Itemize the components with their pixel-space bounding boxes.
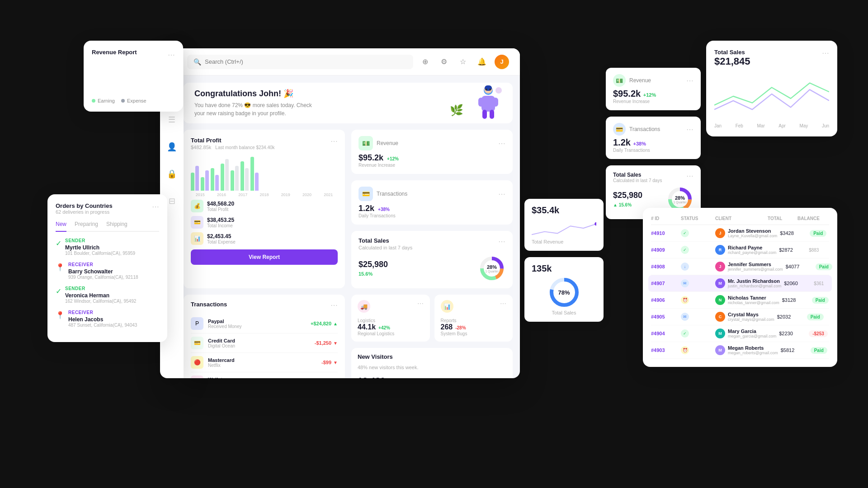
star-icon[interactable]: ☆ (457, 56, 469, 68)
logistics-icon: 🚚 (358, 300, 370, 313)
right-bottom-section: 🚚 ⋯ Logistics 44.1k +42% Regional Logist… (351, 295, 513, 378)
congrats-description: You have done 72% 😎 more sales today. Ch… (194, 101, 312, 117)
total-sales-widget: Total Sales Calculated in last 7 days ⋯ … (351, 231, 513, 288)
user-avatar[interactable]: J (495, 55, 509, 69)
order-entry-1: ✓ Sender Myrtle Ullrich 101 Boulder, Cal… (56, 238, 159, 256)
table-row[interactable]: #4909 ✓ R Richard Payne richard_payne@gm… (651, 242, 829, 258)
reports-menu[interactable]: ⋯ (500, 300, 506, 307)
congrats-banner: Congratulations John! 🎉 You have done 72… (184, 83, 513, 123)
client-table-panel: # ID STATUS CLIENT TOTAL BALANCE #4910 ✓… (643, 208, 837, 367)
transactions-menu[interactable]: ⋯ (498, 190, 505, 198)
main-dashboard: 🔍 ⊕ ⚙ ☆ 🔔 J Congratulations John! 🎉 You … (176, 48, 520, 378)
translate-icon[interactable]: ⊕ (419, 56, 431, 68)
transactions-widget-menu[interactable]: ⋯ (686, 125, 693, 134)
table-header: # ID STATUS CLIENT TOTAL BALANCE (651, 216, 829, 225)
revenue-widget-card: 💵 Revenue ⋯ $95.2k +12% Revenue Increase (606, 68, 701, 110)
orders-tabs: New Preparing Shipping (56, 221, 159, 232)
profit-icon: 💰 (191, 200, 203, 212)
income-icon: 💳 (191, 216, 203, 229)
mastercard-icon: 🔴 (191, 356, 203, 369)
client-avatar: M (715, 328, 725, 338)
svg-rect-5 (490, 110, 494, 119)
settings-icon[interactable]: ⚙ (438, 56, 450, 68)
transactions-icon: 💳 (359, 187, 373, 201)
right-mini-cards: 💵 Revenue ⋯ $95.2k +12% Revenue Increase (351, 130, 513, 288)
transaction-paypal: P Paypal Received Money +$24,820 ▲ (191, 314, 338, 333)
chart-years: 2015 2016 2017 2018 2019 2020 2021 (191, 192, 338, 197)
total-profit-card: Total Profit $482.85k Last month balance… (184, 130, 345, 288)
ts-month-labels: Jan Feb Mar Apr May Jun (714, 123, 829, 128)
total-sales-panel-menu[interactable]: ⋯ (822, 49, 829, 57)
revenue-widget-icon: 💵 (613, 74, 626, 87)
logistics-row: 🚚 ⋯ Logistics 44.1k +42% Regional Logist… (351, 295, 513, 342)
profit-menu[interactable]: ⋯ (330, 137, 338, 145)
sidebar-list-icon[interactable]: ☰ (164, 112, 180, 128)
total-sales-panel: Total Sales $21,845 ⋯ Jan Feb Mar Apr Ma… (706, 41, 837, 136)
client-avatar: J (715, 228, 725, 238)
client-avatar: M (715, 278, 725, 288)
total-sales-middle-menu[interactable]: ⋯ (686, 172, 693, 183)
credit-card-icon: 💳 (191, 337, 203, 349)
table-row[interactable]: #4904 ✓ M Mary Garcia megan_garcia@gmail… (651, 325, 829, 342)
person-illustration (475, 85, 502, 121)
wallet-icon: 👛 (191, 375, 203, 378)
table-row[interactable]: #4906 ⏰ N Nicholas Tanner nicholas_tanne… (651, 292, 829, 309)
revenue-sparkline (532, 219, 596, 237)
total-revenue-card: $35.4k Total Revenue (524, 199, 604, 251)
revenue-report-card: Revenue Report ⋯ (84, 41, 183, 112)
orders-menu[interactable]: ⋯ (152, 202, 159, 211)
sidebar-lock-icon[interactable]: 🔒 (164, 166, 180, 182)
search-bar[interactable]: 🔍 (187, 55, 413, 69)
congrats-title: Congratulations John! 🎉 (194, 89, 312, 99)
leaf-icon: 🌿 (450, 104, 463, 117)
revenue-report-menu[interactable]: ⋯ (168, 51, 175, 59)
order-entry-4: 📍 Receiver Helen Jacobs 487 Sunset, Cali… (56, 310, 159, 328)
sidebar-user-icon[interactable]: 👤 (164, 139, 180, 155)
logistics-menu[interactable]: ⋯ (417, 300, 424, 307)
congrats-illustration: 🌿 (448, 85, 502, 121)
revenue-bar-chart (92, 61, 175, 93)
tab-preparing[interactable]: Preparing (75, 221, 98, 231)
svg-point-18 (594, 222, 596, 226)
client-avatar: N (715, 295, 725, 305)
transactions-widget-icon: 💳 (613, 123, 626, 136)
client-avatar: C (715, 312, 725, 322)
svg-rect-3 (493, 98, 498, 107)
reports-icon: 📊 (441, 300, 453, 313)
svg-point-8 (486, 89, 487, 90)
svg-rect-2 (478, 98, 484, 107)
total-sales-menu[interactable]: ⋯ (498, 237, 505, 246)
table-row[interactable]: #4907 ✉ M Mr. Justin Richardson justin_r… (648, 275, 832, 292)
revenue-widget-menu[interactable]: ⋯ (686, 76, 693, 85)
svg-point-9 (489, 89, 491, 90)
view-report-button[interactable]: View Report (191, 249, 338, 265)
revenue-menu[interactable]: ⋯ (498, 139, 505, 148)
profit-stats-summary: 💰 $48,568.20 Total Profit 💳 $38,453.25 T… (191, 200, 338, 245)
total-sales-line-chart (714, 74, 829, 119)
header: 🔍 ⊕ ⚙ ☆ 🔔 J (176, 48, 520, 75)
tab-new[interactable]: New (56, 221, 66, 232)
profit-stats-row: Total Profit $482.85k Last month balance… (184, 130, 513, 288)
tx-menu[interactable]: ⋯ (330, 301, 338, 310)
table-row[interactable]: #4910 ✓ J Jordan Stevenson Layne_Kuvella… (651, 225, 829, 242)
header-icons: ⊕ ⚙ ☆ 🔔 J (419, 55, 509, 69)
transactions-widget-card: 💳 Transactions ⋯ 1.2k +38% Daily Transac… (606, 117, 701, 159)
tab-shipping[interactable]: Shipping (106, 221, 127, 231)
bell-icon[interactable]: 🔔 (476, 56, 488, 68)
transaction-mastercard: 🔴 Mastercard Netflix -$99 ▼ (191, 353, 338, 372)
transactions-list-card: Transactions ⋯ P Paypal Received Money +… (184, 295, 345, 378)
logistics-card: 🚚 ⋯ Logistics 44.1k +42% Regional Logist… (351, 295, 430, 342)
total-sales-bottom-card: 135k 78% Total Sales (524, 257, 604, 322)
table-row[interactable]: #4908 ↓ J Jennifer Summers jennifer_summ… (651, 258, 829, 275)
table-row[interactable]: #4903 ⏰ M Megan Roberts megan_roberts@gm… (651, 342, 829, 359)
bottom-right-stats: $35.4k Total Revenue 135k 78% Total Sale… (524, 199, 604, 322)
revenue-mini-card: 💵 Revenue ⋯ $95.2k +12% Revenue Increase (351, 130, 513, 174)
client-avatar: J (715, 262, 725, 272)
paypal-icon: P (191, 317, 203, 330)
search-input[interactable] (205, 58, 407, 65)
transaction-wallet: 👛 Wallet Mac'D -$82 ▼ (191, 372, 338, 378)
revenue-legend: Earning Expense (92, 98, 175, 103)
client-avatar: R (715, 245, 725, 255)
table-row[interactable]: #4905 ✉ C Crystal Mays crystal_mays@gmai… (651, 309, 829, 325)
visitors-bar-chart (461, 376, 506, 378)
